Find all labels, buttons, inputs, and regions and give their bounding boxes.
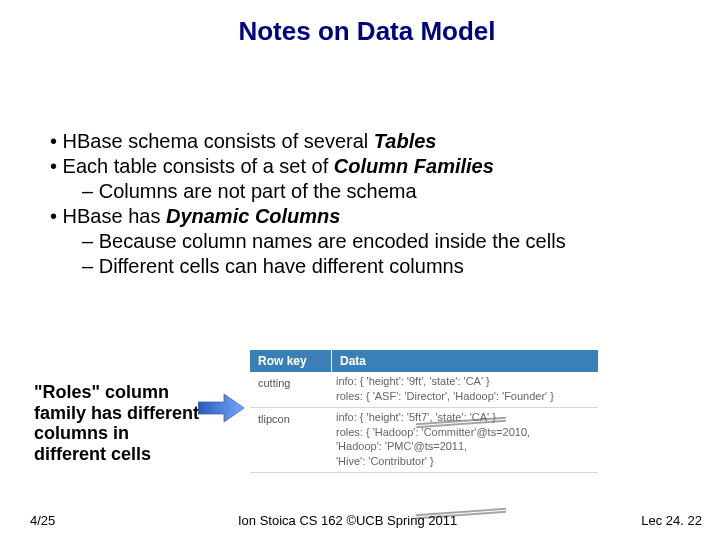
data-line: 'Hadoop': 'PMC'@ts=2011,	[336, 439, 594, 454]
slide-content: HBase schema consists of several Tables …	[50, 129, 684, 279]
bullet-2: Each table consists of a set of Column F…	[50, 154, 684, 179]
footer-date: 4/25	[30, 513, 55, 528]
data-line: info: { 'height': '5ft7', 'state': 'CA' …	[336, 410, 594, 425]
subbullet-2a: Columns are not part of the schema	[82, 179, 684, 204]
data-table: Row key Data cutting info: { 'height': '…	[250, 350, 598, 505]
svg-marker-0	[198, 394, 244, 422]
cell-rowkey: tlipcon	[250, 408, 332, 472]
cell-rowkey: cutting	[250, 372, 332, 407]
bullet-2-em: Column Families	[334, 155, 494, 177]
table-row: cutting info: { 'height': '9ft', 'state'…	[250, 372, 598, 408]
data-line: 'Hive': 'Contributor' }	[336, 454, 594, 469]
bullet-2-text: Each table consists of a set of	[63, 155, 334, 177]
bullet-list: HBase schema consists of several Tables …	[50, 129, 684, 279]
cell-data: info: { 'height': '5ft7', 'state': 'CA' …	[332, 408, 598, 472]
arrow-icon	[198, 394, 244, 422]
th-data: Data	[332, 350, 598, 372]
subbullet-2a-text: Columns are not part of the schema	[99, 180, 417, 202]
bullet-3-text: HBase has	[63, 205, 166, 227]
table-row: tlipcon info: { 'height': '5ft7', 'state…	[250, 408, 598, 473]
bullet-1: HBase schema consists of several Tables	[50, 129, 684, 154]
subbullet-3b: Different cells can have different colum…	[82, 254, 684, 279]
data-line: roles: { 'Hadoop': 'Committer'@ts=2010,	[336, 425, 594, 440]
bullet-3: HBase has Dynamic Columns	[50, 204, 684, 229]
bullet-1-text: HBase schema consists of several	[63, 130, 374, 152]
callout-text: "Roles" column family has different colu…	[34, 382, 204, 465]
slide-title: Notes on Data Model	[50, 16, 684, 47]
subbullet-3a: Because column names are encoded inside …	[82, 229, 684, 254]
footer-center: Ion Stoica CS 162 ©UCB Spring 2011	[238, 513, 457, 528]
table-header: Row key Data	[250, 350, 598, 372]
footer-slide-number: Lec 24. 22	[641, 513, 702, 528]
data-line: info: { 'height': '9ft', 'state': 'CA' }	[336, 374, 594, 389]
bullet-1-em: Tables	[374, 130, 437, 152]
slide: Notes on Data Model HBase schema consist…	[0, 0, 720, 540]
subbullet-3a-text: Because column names are encoded inside …	[99, 230, 566, 252]
th-rowkey: Row key	[250, 350, 332, 372]
subbullet-3b-text: Different cells can have different colum…	[99, 255, 464, 277]
data-line: roles: { 'ASF': 'Director', 'Hadoop': 'F…	[336, 389, 594, 404]
cell-data: info: { 'height': '9ft', 'state': 'CA' }…	[332, 372, 598, 407]
bullet-3-em: Dynamic Columns	[166, 205, 340, 227]
